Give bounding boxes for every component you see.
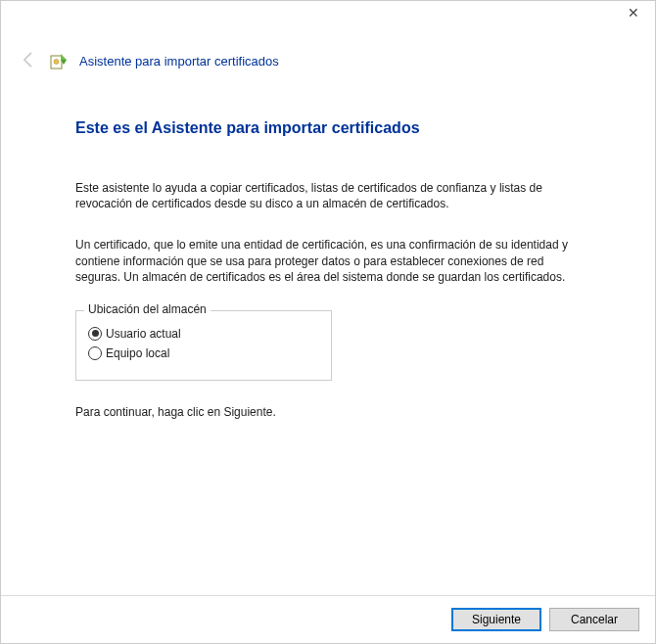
radio-current-user[interactable]: Usuario actual <box>88 327 319 341</box>
cancel-button[interactable]: Cancelar <box>549 608 639 631</box>
radio-local-machine-label: Equipo local <box>106 346 169 360</box>
titlebar: ✕ <box>1 1 655 30</box>
wizard-header: Asistente para importar certificados <box>1 30 655 72</box>
wizard-footer: Siguiente Cancelar <box>1 595 655 643</box>
radio-current-user-label: Usuario actual <box>106 327 181 341</box>
next-button[interactable]: Siguiente <box>451 608 541 631</box>
wizard-content: Este es el Asistente para importar certi… <box>1 72 655 595</box>
wizard-window: ✕ Asistente para importar certificados E… <box>0 0 656 644</box>
back-arrow-icon[interactable] <box>19 50 38 72</box>
certificate-wizard-icon <box>50 53 68 70</box>
radio-button-icon <box>88 346 102 360</box>
continue-hint: Para continuar, haga clic en Siguiente. <box>75 404 581 420</box>
svg-point-1 <box>54 59 59 64</box>
store-location-group: Ubicación del almacén Usuario actual Equ… <box>75 310 332 381</box>
store-location-legend: Ubicación del almacén <box>84 302 211 316</box>
radio-local-machine[interactable]: Equipo local <box>88 346 319 360</box>
radio-button-icon <box>88 327 102 341</box>
intro-paragraph-1: Este asistente lo ayuda a copiar certifi… <box>75 180 581 211</box>
intro-paragraph-2: Un certificado, que lo emite una entidad… <box>75 237 581 285</box>
page-heading: Este es el Asistente para importar certi… <box>75 119 581 137</box>
close-icon[interactable]: ✕ <box>622 5 645 21</box>
wizard-title: Asistente para importar certificados <box>79 54 279 69</box>
